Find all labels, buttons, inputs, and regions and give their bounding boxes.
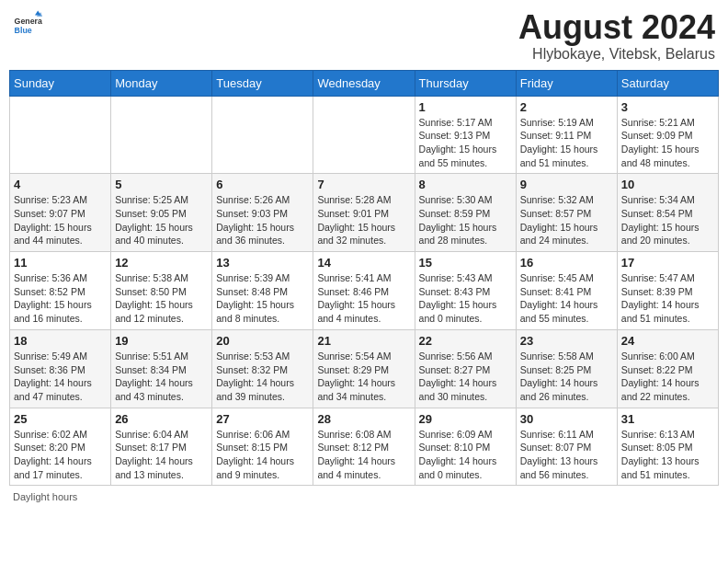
- day-number: 30: [520, 412, 613, 426]
- header: General Blue August 2024 Hlybokaye, Vite…: [9, 9, 719, 63]
- day-info: Sunrise: 5:54 AMSunset: 8:29 PMDaylight:…: [317, 350, 410, 404]
- calendar-cell: 22Sunrise: 5:56 AMSunset: 8:27 PMDayligh…: [415, 329, 516, 408]
- day-number: 23: [520, 334, 613, 348]
- day-number: 7: [317, 178, 410, 191]
- day-number: 4: [14, 178, 107, 191]
- calendar-cell: 24Sunrise: 6:00 AMSunset: 8:22 PMDayligh…: [617, 329, 718, 408]
- day-info: Sunrise: 5:41 AMSunset: 8:46 PMDaylight:…: [317, 271, 410, 326]
- day-number: 12: [115, 256, 208, 270]
- calendar-cell: 3Sunrise: 5:21 AMSunset: 9:09 PMDaylight…: [617, 96, 718, 174]
- calendar-week-row: 11Sunrise: 5:36 AMSunset: 8:52 PMDayligh…: [10, 252, 719, 330]
- day-number: 5: [115, 178, 208, 191]
- weekday-header-saturday: Saturday: [617, 70, 718, 96]
- day-number: 22: [419, 334, 512, 348]
- day-info: Sunrise: 6:09 AMSunset: 8:10 PMDaylight:…: [419, 428, 512, 482]
- svg-text:Blue: Blue: [15, 26, 32, 35]
- day-info: Sunrise: 6:11 AMSunset: 8:07 PMDaylight:…: [520, 428, 613, 482]
- calendar-cell: 7Sunrise: 5:28 AMSunset: 9:01 PMDaylight…: [313, 174, 415, 252]
- day-number: 10: [621, 178, 714, 191]
- weekday-header-thursday: Thursday: [415, 70, 516, 96]
- day-info: Sunrise: 5:43 AMSunset: 8:43 PMDaylight:…: [419, 271, 512, 326]
- month-title: August 2024: [518, 9, 715, 46]
- calendar-cell: 1Sunrise: 5:17 AMSunset: 9:13 PMDaylight…: [415, 96, 516, 174]
- day-info: Sunrise: 5:36 AMSunset: 8:52 PMDaylight:…: [14, 271, 107, 326]
- logo-icon: General Blue: [13, 9, 42, 39]
- day-info: Sunrise: 6:02 AMSunset: 8:20 PMDaylight:…: [14, 428, 107, 482]
- day-info: Sunrise: 5:49 AMSunset: 8:36 PMDaylight:…: [14, 350, 107, 404]
- day-number: 26: [115, 412, 208, 426]
- calendar-week-row: 25Sunrise: 6:02 AMSunset: 8:20 PMDayligh…: [10, 408, 719, 486]
- day-number: 14: [317, 256, 410, 270]
- day-info: Sunrise: 5:38 AMSunset: 8:50 PMDaylight:…: [115, 271, 208, 326]
- day-info: Sunrise: 5:30 AMSunset: 8:59 PMDaylight:…: [419, 193, 512, 247]
- weekday-header-tuesday: Tuesday: [212, 70, 313, 96]
- day-number: 2: [520, 100, 613, 114]
- weekday-header-friday: Friday: [516, 70, 617, 96]
- weekday-header-row: SundayMondayTuesdayWednesdayThursdayFrid…: [10, 70, 719, 96]
- day-info: Sunrise: 5:21 AMSunset: 9:09 PMDaylight:…: [621, 116, 714, 170]
- calendar-cell: 10Sunrise: 5:34 AMSunset: 8:54 PMDayligh…: [617, 174, 718, 252]
- day-info: Sunrise: 5:25 AMSunset: 9:05 PMDaylight:…: [115, 193, 208, 247]
- day-info: Sunrise: 5:39 AMSunset: 8:48 PMDaylight:…: [216, 271, 309, 326]
- day-number: 16: [520, 256, 613, 270]
- calendar-week-row: 4Sunrise: 5:23 AMSunset: 9:07 PMDaylight…: [10, 174, 719, 252]
- calendar-cell: 20Sunrise: 5:53 AMSunset: 8:32 PMDayligh…: [212, 329, 313, 408]
- day-info: Sunrise: 5:23 AMSunset: 9:07 PMDaylight:…: [14, 193, 107, 247]
- day-info: Sunrise: 5:34 AMSunset: 8:54 PMDaylight:…: [621, 193, 714, 247]
- calendar-cell: 5Sunrise: 5:25 AMSunset: 9:05 PMDaylight…: [111, 174, 212, 252]
- calendar-cell: 18Sunrise: 5:49 AMSunset: 8:36 PMDayligh…: [10, 329, 111, 408]
- calendar-cell: 29Sunrise: 6:09 AMSunset: 8:10 PMDayligh…: [415, 408, 516, 486]
- calendar-cell: 9Sunrise: 5:32 AMSunset: 8:57 PMDaylight…: [516, 174, 617, 252]
- day-info: Sunrise: 5:19 AMSunset: 9:11 PMDaylight:…: [520, 116, 613, 170]
- calendar-cell: 21Sunrise: 5:54 AMSunset: 8:29 PMDayligh…: [313, 329, 415, 408]
- day-number: 8: [419, 178, 512, 191]
- calendar-cell: [111, 96, 212, 174]
- day-number: 17: [621, 256, 714, 270]
- day-number: 13: [216, 256, 309, 270]
- day-number: 21: [317, 334, 410, 348]
- day-info: Sunrise: 5:45 AMSunset: 8:41 PMDaylight:…: [520, 271, 613, 326]
- calendar-cell: 16Sunrise: 5:45 AMSunset: 8:41 PMDayligh…: [516, 252, 617, 330]
- calendar-table: SundayMondayTuesdayWednesdayThursdayFrid…: [9, 70, 719, 487]
- calendar-cell: 25Sunrise: 6:02 AMSunset: 8:20 PMDayligh…: [10, 408, 111, 486]
- calendar-week-row: 18Sunrise: 5:49 AMSunset: 8:36 PMDayligh…: [10, 329, 719, 408]
- day-info: Sunrise: 5:51 AMSunset: 8:34 PMDaylight:…: [115, 350, 208, 404]
- day-info: Sunrise: 5:32 AMSunset: 8:57 PMDaylight:…: [520, 193, 613, 247]
- calendar-cell: 26Sunrise: 6:04 AMSunset: 8:17 PMDayligh…: [111, 408, 212, 486]
- title-area: August 2024 Hlybokaye, Vitebsk, Belarus: [518, 9, 715, 63]
- day-info: Sunrise: 6:04 AMSunset: 8:17 PMDaylight:…: [115, 428, 208, 482]
- weekday-header-monday: Monday: [111, 70, 212, 96]
- calendar-cell: 30Sunrise: 6:11 AMSunset: 8:07 PMDayligh…: [516, 408, 617, 486]
- calendar-cell: 19Sunrise: 5:51 AMSunset: 8:34 PMDayligh…: [111, 329, 212, 408]
- calendar-cell: 17Sunrise: 5:47 AMSunset: 8:39 PMDayligh…: [617, 252, 718, 330]
- calendar-cell: [212, 96, 313, 174]
- day-info: Sunrise: 5:56 AMSunset: 8:27 PMDaylight:…: [419, 350, 512, 404]
- calendar-cell: 12Sunrise: 5:38 AMSunset: 8:50 PMDayligh…: [111, 252, 212, 330]
- day-number: 25: [14, 412, 107, 426]
- day-number: 9: [520, 178, 613, 191]
- calendar-cell: 27Sunrise: 6:06 AMSunset: 8:15 PMDayligh…: [212, 408, 313, 486]
- calendar-cell: 11Sunrise: 5:36 AMSunset: 8:52 PMDayligh…: [10, 252, 111, 330]
- day-number: 19: [115, 334, 208, 348]
- calendar-cell: 6Sunrise: 5:26 AMSunset: 9:03 PMDaylight…: [212, 174, 313, 252]
- location-title: Hlybokaye, Vitebsk, Belarus: [518, 46, 715, 63]
- calendar-cell: 15Sunrise: 5:43 AMSunset: 8:43 PMDayligh…: [415, 252, 516, 330]
- day-info: Sunrise: 6:08 AMSunset: 8:12 PMDaylight:…: [317, 428, 410, 482]
- day-number: 27: [216, 412, 309, 426]
- calendar-week-row: 1Sunrise: 5:17 AMSunset: 9:13 PMDaylight…: [10, 96, 719, 174]
- day-info: Sunrise: 6:06 AMSunset: 8:15 PMDaylight:…: [216, 428, 309, 482]
- day-number: 24: [621, 334, 714, 348]
- day-number: 29: [419, 412, 512, 426]
- footer-note: Daylight hours: [9, 491, 719, 502]
- weekday-header-wednesday: Wednesday: [313, 70, 415, 96]
- day-number: 1: [419, 100, 512, 114]
- day-number: 28: [317, 412, 410, 426]
- day-info: Sunrise: 5:47 AMSunset: 8:39 PMDaylight:…: [621, 271, 714, 326]
- day-number: 6: [216, 178, 309, 191]
- calendar-cell: 23Sunrise: 5:58 AMSunset: 8:25 PMDayligh…: [516, 329, 617, 408]
- calendar-cell: 14Sunrise: 5:41 AMSunset: 8:46 PMDayligh…: [313, 252, 415, 330]
- day-number: 3: [621, 100, 714, 114]
- day-info: Sunrise: 5:58 AMSunset: 8:25 PMDaylight:…: [520, 350, 613, 404]
- day-number: 18: [14, 334, 107, 348]
- day-info: Sunrise: 5:53 AMSunset: 8:32 PMDaylight:…: [216, 350, 309, 404]
